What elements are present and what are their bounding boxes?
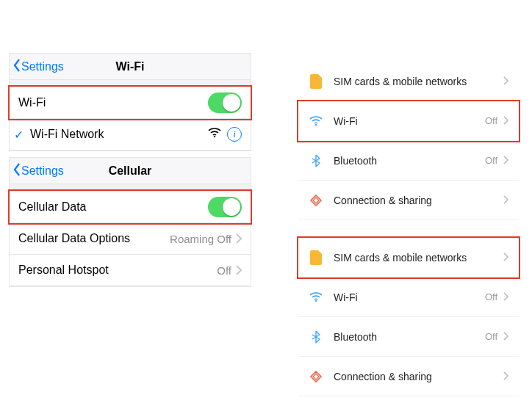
bluetooth-icon [306,330,326,344]
android-settings-panel-top: SIM cards & mobile networks Wi-Fi Off Bl… [298,62,519,220]
sim-card-icon [306,74,326,89]
row-label: Wi-Fi [334,291,485,303]
chevron-right-icon [236,233,242,244]
ios-wifi-panel: Settings Wi-Fi Wi-Fi ✓ Wi-Fi Network i [9,53,251,151]
bluetooth-row[interactable]: Bluetooth Off [298,141,519,181]
row-label: Connection & sharing [334,195,503,206]
share-icon [306,194,326,207]
row-label: Connection & sharing [334,371,503,382]
row-label: SIM cards & mobile networks [334,252,503,264]
chevron-right-icon [503,252,508,264]
wifi-icon [306,116,326,126]
back-button[interactable]: Settings [10,58,64,76]
wifi-row[interactable]: Wi-Fi Off [298,101,519,141]
row-value: Off [485,155,497,166]
svg-point-1 [315,123,317,125]
wifi-icon [306,292,326,302]
hotspot-label: Personal Hotspot [18,264,217,277]
chevron-left-icon [12,162,21,180]
chevron-right-icon [503,331,508,343]
svg-marker-6 [313,374,319,380]
cellular-options-label: Cellular Data Options [18,232,170,245]
cellular-options-value: Roaming Off [170,233,231,245]
svg-point-4 [315,299,317,301]
bluetooth-icon [306,154,326,167]
ios-cellular-panel: Settings Cellular Cellular Data Cellular… [9,157,251,287]
ios-cell-list: Cellular Data Cellular Data Options Roam… [10,184,251,286]
personal-hotspot-row[interactable]: Personal Hotspot Off [10,254,251,286]
row-label: Bluetooth [334,155,485,167]
wifi-network-label: Wi-Fi Network [30,128,208,141]
cellular-data-options-row[interactable]: Cellular Data Options Roaming Off [10,222,251,255]
wifi-network-row[interactable]: ✓ Wi-Fi Network i [10,118,251,150]
checkmark-icon: ✓ [14,128,24,142]
svg-marker-3 [313,197,319,203]
wifi-row[interactable]: Wi-Fi Off [298,277,519,317]
sim-card-icon [306,250,326,265]
chevron-right-icon [503,291,508,303]
cellular-data-toggle-row[interactable]: Cellular Data [10,191,251,223]
info-icon[interactable]: i [227,127,242,142]
ios-wifi-list: Wi-Fi ✓ Wi-Fi Network i [10,80,251,150]
hotspot-value: Off [217,264,231,277]
chevron-right-icon [503,195,508,206]
back-label: Settings [21,164,64,178]
row-value: Off [485,291,497,302]
connection-sharing-row[interactable]: Connection & sharing [298,181,519,220]
row-label: Wi-Fi [334,115,485,127]
ios-wifi-header: Settings Wi-Fi [10,54,251,80]
connection-sharing-row[interactable]: Connection & sharing [298,357,519,396]
chevron-right-icon [503,115,508,127]
sim-cards-row[interactable]: SIM cards & mobile networks [298,62,519,101]
row-value: Off [485,331,497,342]
wifi-toggle-label: Wi-Fi [18,96,208,109]
sim-cards-row[interactable]: SIM cards & mobile networks [298,238,519,277]
android-settings-panel-bottom: SIM cards & mobile networks Wi-Fi Off Bl… [298,238,519,396]
back-button[interactable]: Settings [10,162,64,180]
wifi-toggle-row[interactable]: Wi-Fi [10,87,251,119]
svg-point-0 [214,136,215,137]
row-value: Off [485,115,497,126]
back-label: Settings [21,60,64,73]
chevron-right-icon [503,371,508,382]
row-label: SIM cards & mobile networks [334,76,503,87]
chevron-right-icon [236,265,242,275]
row-label: Bluetooth [334,331,485,343]
toggle-switch[interactable] [208,92,242,113]
chevron-right-icon [503,76,508,87]
chevron-right-icon [503,155,508,167]
chevron-left-icon [12,58,21,76]
wifi-signal-icon [208,128,221,141]
bluetooth-row[interactable]: Bluetooth Off [298,317,519,357]
cellular-data-label: Cellular Data [18,200,208,214]
share-icon [306,370,326,383]
ios-cell-header: Settings Cellular [10,158,251,184]
toggle-switch[interactable] [208,197,242,217]
